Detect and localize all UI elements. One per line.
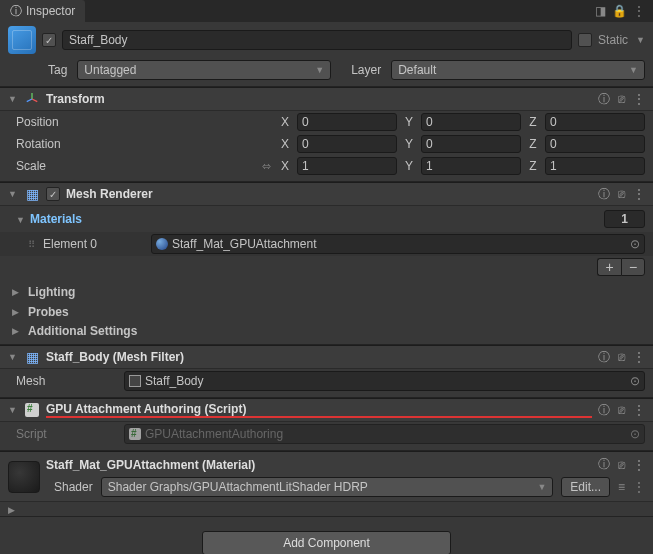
script-field: GPUAttachmentAuthoring ⊙ [124,424,645,444]
tab-menu-icon[interactable]: ⋮ [633,4,645,18]
menu-icon[interactable]: ⋮ [633,350,645,364]
shader-label: Shader [54,480,93,494]
rotation-z[interactable]: 0 [545,135,645,153]
menu-icon[interactable]: ⋮ [633,403,645,417]
mesh-icon [129,375,141,387]
add-component-button[interactable]: Add Component [202,531,451,554]
element0-material-field[interactable]: Staff_Mat_GPUAttachment ⊙ [151,234,645,254]
mesh-renderer-icon: ▦ [24,186,40,202]
mesh-renderer-enabled-checkbox[interactable]: ✓ [46,187,60,201]
foldout-toggle[interactable]: ▼ [8,352,18,362]
materials-label: Materials [30,212,82,226]
lighting-foldout[interactable]: ▶ [12,287,22,297]
help-icon[interactable]: ⓘ [598,186,610,203]
svg-line-2 [27,99,32,102]
mesh-renderer-component: ▼ ▦ ✓ Mesh Renderer ⓘ ⎚ ⋮ ▼Materials 1 ⠿… [0,182,653,345]
preset-icon[interactable]: ⎚ [618,458,625,472]
script-label: Script [16,427,116,441]
list-drag-handle[interactable]: ⠿ [28,239,35,250]
static-checkbox[interactable] [578,33,592,47]
rotation-label: Rotation [16,137,116,151]
chevron-down-icon: ▼ [315,65,324,75]
element0-label: Element 0 [43,237,143,251]
gameobject-name-field[interactable]: Staff_Body [62,30,572,50]
list-add-button[interactable]: + [597,258,621,276]
info-icon: ⓘ [10,3,22,20]
transform-icon [24,91,40,107]
rotation-x[interactable]: 0 [297,135,397,153]
chevron-down-icon: ▼ [537,482,546,492]
additional-foldout[interactable]: ▶ [12,326,22,336]
probes-label: Probes [28,305,69,319]
gpu-script-component: ▼ GPU Attachment Authoring (Script) ⓘ ⎚ … [0,398,653,451]
help-icon[interactable]: ⓘ [598,91,610,108]
mesh-renderer-title: Mesh Renderer [66,187,592,201]
material-icon [156,238,168,250]
script-icon [24,402,40,418]
help-icon[interactable]: ⓘ [598,402,610,419]
svg-line-1 [32,99,37,102]
transform-title: Transform [46,92,592,106]
probes-foldout[interactable]: ▶ [12,307,22,317]
material-preview-icon[interactable] [8,461,40,493]
edit-button[interactable]: Edit... [561,477,610,497]
constrain-proportions-icon[interactable]: ⬄ [262,160,271,173]
help-icon[interactable]: ⓘ [598,456,610,473]
tab-bar: ⓘ Inspector ◨ 🔒 ⋮ [0,0,653,22]
position-z[interactable]: 0 [545,113,645,131]
tag-dropdown[interactable]: Untagged ▼ [77,60,331,80]
tag-label: Tag [48,63,67,77]
help-icon[interactable]: ⓘ [598,349,610,366]
menu-icon[interactable]: ⋮ [633,480,645,494]
material-title: Staff_Mat_GPUAttachment (Material) [46,458,598,472]
chevron-down-icon: ▼ [629,65,638,75]
mesh-filter-icon: ▦ [24,349,40,365]
object-picker-icon[interactable]: ⊙ [630,427,640,441]
preset-icon[interactable]: ⎚ [618,350,625,364]
foldout-toggle[interactable]: ▼ [8,405,18,415]
lock-icon[interactable]: 🔒 [612,4,627,18]
menu-icon[interactable]: ⋮ [633,187,645,201]
list-remove-button[interactable]: − [621,258,645,276]
layer-dropdown[interactable]: Default ▼ [391,60,645,80]
object-picker-icon[interactable]: ⊙ [630,374,640,388]
scale-x[interactable]: 1 [297,157,397,175]
mesh-label: Mesh [16,374,116,388]
position-label: Position [16,115,116,129]
materials-count[interactable]: 1 [604,210,645,228]
materials-foldout[interactable]: ▼ [16,215,26,225]
inspector-tab[interactable]: ⓘ Inspector [0,0,85,22]
static-label: Static [598,33,628,47]
foldout-toggle[interactable]: ▼ [8,94,18,104]
static-dropdown-icon[interactable]: ▼ [636,35,645,45]
additional-label: Additional Settings [28,324,137,338]
scale-z[interactable]: 1 [545,157,645,175]
preset-icon[interactable]: ⎚ [618,403,625,417]
material-component: Staff_Mat_GPUAttachment (Material) ⓘ ⎚ ⋮… [0,451,653,517]
add-component-region: Add Component [0,517,653,554]
gameobject-enabled-checkbox[interactable]: ✓ [42,33,56,47]
layer-label: Layer [351,63,381,77]
menu-icon[interactable]: ⋮ [633,92,645,106]
gameobject-cube-icon[interactable] [8,26,36,54]
object-picker-icon[interactable]: ⊙ [630,237,640,251]
mesh-filter-component: ▼ ▦ Staff_Body (Mesh Filter) ⓘ ⎚ ⋮ Mesh … [0,345,653,398]
preset-icon[interactable]: ⎚ [618,92,625,106]
gameobject-header: ✓ Staff_Body Static ▼ Tag Untagged ▼ Lay… [0,22,653,87]
transform-component: ▼ Transform ⓘ ⎚ ⋮ Position X0 Y0 Z0 Rota… [0,87,653,182]
scale-label: Scale [16,159,116,173]
shader-dropdown[interactable]: Shader Graphs/GPUAttachmentLitShader HDR… [101,477,554,497]
menu-icon[interactable]: ⋮ [633,458,645,472]
foldout-toggle[interactable]: ▼ [8,189,18,199]
material-body-foldout[interactable]: ▶ [8,505,15,515]
rotation-y[interactable]: 0 [421,135,521,153]
position-x[interactable]: 0 [297,113,397,131]
mesh-field[interactable]: Staff_Body ⊙ [124,371,645,391]
list-toggle-icon[interactable]: ≡ [618,480,625,494]
scale-y[interactable]: 1 [421,157,521,175]
mesh-filter-title: Staff_Body (Mesh Filter) [46,350,592,364]
preset-icon[interactable]: ⎚ [618,187,625,201]
position-y[interactable]: 0 [421,113,521,131]
layers-icon[interactable]: ◨ [595,4,606,18]
gpu-script-title: GPU Attachment Authoring (Script) [46,402,592,418]
